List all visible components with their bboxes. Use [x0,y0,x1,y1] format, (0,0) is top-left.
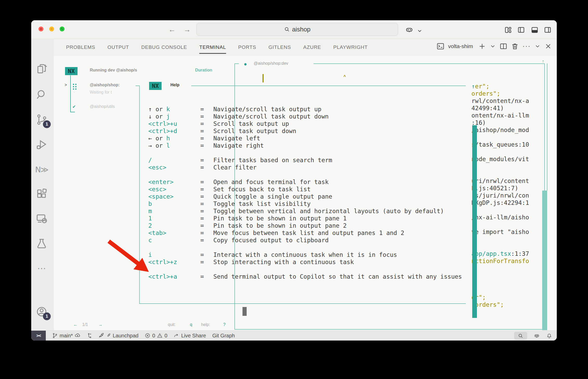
line-main: uri/nrwl/content [471,178,529,184]
warnings-icon [157,333,163,338]
shortcut-description: Clear filter [213,164,257,171]
line-main: KXgDP.js:42294:1 [471,199,529,206]
problems-item[interactable]: 0 0 [145,333,167,339]
help-shortcut-row: <esc> = Clear filter [31,164,557,171]
output-text-line: s/task_queues:10 [471,141,529,148]
shortcut-description: Filter tasks based on search term [213,156,332,164]
equals-sign: = [200,200,204,207]
vscode-window: ← → aishop [31,20,557,341]
caret-symbol: ^ [343,74,346,79]
line-main: rs/juri/nrwl/con [471,192,529,199]
shortcut-description: Pin task to be shown in output pane 2 [213,222,347,229]
equals-sign: = [200,273,204,280]
help-box-top-tick [136,86,139,86]
notifications-bell-icon[interactable] [546,333,552,339]
help-key: ? [223,322,226,327]
equals-sign: = [200,193,204,200]
line-main: app/app.tsx [471,250,511,257]
error-count: 0 [152,333,155,339]
screen: ← → aishop [0,0,588,379]
equals-sign: = [200,207,204,215]
key-plain: → or [148,142,166,149]
key-accent: h [166,135,170,142]
shortcut-description: Send terminal output to Copilot so that … [213,273,462,280]
output-text-line: ve import "aisho [471,228,529,236]
red-annotation-arrow [104,236,159,280]
key-accent: <esc> [148,186,166,193]
remote-indicator[interactable]: >< [31,331,46,341]
git-graph-label: Git Graph [212,333,235,339]
line-main: ontent/nx-ai-llm [471,112,529,119]
key-accent: <enter> [148,179,174,185]
line-main: ve import "aisho [471,228,529,235]
output-text-line: /nx-ai-llm/aisho [471,214,529,221]
equals-sign: = [200,186,204,193]
key-accent: 2 [148,222,152,229]
key-accent: 1 [148,215,152,222]
key-accent: j [166,113,170,120]
key-accent: <space> [148,193,174,200]
output-text-line: P.js:40521:7) [471,185,518,192]
shortcut-description: Toggle task list visibility [213,200,311,207]
pager-right-arrow[interactable]: → [98,322,103,327]
shortcut-description: Navigate left [213,135,260,142]
live-share-item[interactable]: Live Share [174,333,206,339]
launchpad-item[interactable]: Launchpad [99,333,138,339]
output-text-line: rs/juri/nrwl/con [471,192,529,199]
shortcut-description: Navigate right [213,142,264,149]
scroll-up-arrow[interactable]: ↑ [542,59,544,64]
shortcut-description: Open and focus terminal for task [213,178,329,186]
line-main: rwl/content/nx-a [471,97,529,104]
status-bar-right [514,331,552,341]
key-plain: ↓ or [148,113,166,120]
shortcut-description: Navigate/scroll task output up [213,106,321,113]
rocket-icon [99,333,104,338]
equals-sign: = [200,258,204,266]
key-accent: <ctrl>+u [148,120,177,127]
shortcut-description: Scroll task output down [213,127,296,135]
shortcut-description: Set focus back to task list [213,186,311,193]
output-scrollbar-thumb[interactable] [542,191,547,330]
output-text-line: KXgDP.js:42294:1 [471,199,529,206]
equals-sign: = [200,237,204,244]
shortcut-description: Quick toggle a single output pane [213,193,332,200]
line-suffix: :1:37 [511,250,529,257]
output-pane-top-border [314,63,545,64]
key-accent: <esc> [148,164,166,171]
git-branch-item[interactable]: main* [52,333,80,339]
shortcut-description: Pin task to be shown in output pane 1 [213,215,347,222]
screencast-zoom-button[interactable] [514,332,527,339]
key-accent: <tab> [148,230,166,236]
runner-title: Running dev @aishop/s [90,68,137,73]
line-main: s/task_queues:10 [471,141,529,148]
pipeline-item[interactable] [87,333,92,338]
pager-count: 1/1 [82,322,88,327]
output-text-line: 42499:41) [471,104,504,112]
quit-label: quit: [168,322,176,327]
pipeline-icon [87,333,92,338]
git-graph-item[interactable]: Git Graph [212,333,235,339]
output-text-line: uri/nrwl/content [471,177,529,185]
line-main: /nx-ai-llm/aisho [471,214,529,221]
key-accent: / [148,157,152,164]
equals-sign: = [200,178,204,186]
copilot-status-icon[interactable] [534,333,540,339]
equals-sign: = [200,120,204,127]
inner-scrollbar-thumb[interactable] [242,307,247,316]
output-text-line: rwl/content/nx-a [471,97,529,104]
help-pane-scrollbar-thumb[interactable] [472,125,477,318]
pager-left-arrow[interactable]: ← [73,322,78,327]
terminal-layer: NX Running dev @aishop/s Duration > @ais… [31,20,557,341]
output-pane-corner [234,63,239,64]
launchpad-label: Launchpad [113,333,138,339]
sync-cloud-icon[interactable] [75,333,80,338]
drag-handle-dots-icon [73,84,76,90]
task-waiting-text: Waiting for t [90,90,112,95]
output-text-line: ↑er"; [471,83,489,90]
task-name-shop[interactable]: @aishop/shop: [90,83,120,87]
line-main: orders"; [471,90,500,97]
line-main: node_modules/vit [471,156,529,162]
equals-sign: = [200,164,204,171]
terminal-cursor [263,74,264,82]
shortcut-description: Stop interacting with a continuous task [213,258,354,266]
